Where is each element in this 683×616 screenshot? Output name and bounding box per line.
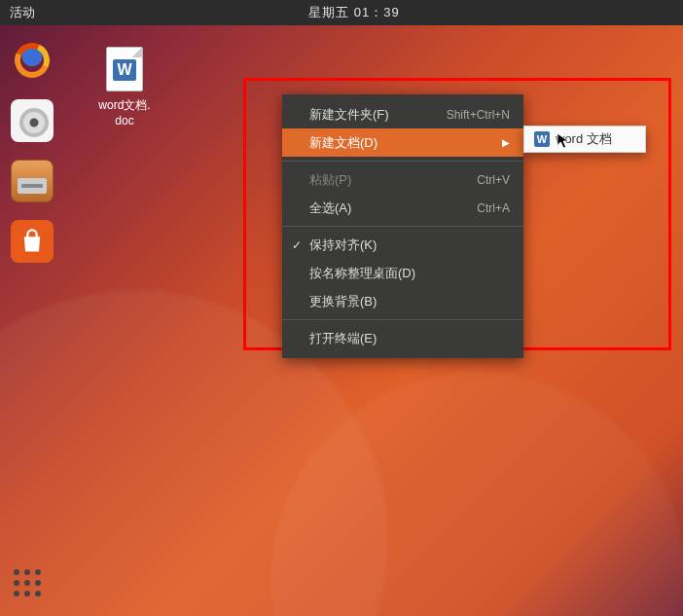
menu-open-terminal[interactable]: 打开终端(E) [282,324,523,352]
word-doc-icon: W [106,47,143,91]
menu-label: 打开终端(E) [309,330,510,347]
menu-label: 更换背景(B) [309,293,510,310]
show-applications-button[interactable] [14,569,43,598]
submenu-new-document[interactable]: W word 文档 [523,126,646,153]
menu-separator [282,161,523,162]
menu-accel: Ctrl+V [477,173,510,187]
desktop-file-label-1: word文档. [86,97,163,114]
menu-separator [282,226,523,227]
menu-new-folder[interactable]: 新建文件夹(F) Shift+Ctrl+N [282,100,523,128]
shopping-bag-icon [18,228,46,255]
dock-app-firefox[interactable] [11,39,54,82]
menu-accel: Shift+Ctrl+N [447,108,510,122]
menu-accel: Ctrl+A [477,201,510,215]
menu-change-background[interactable]: 更换背景(B) [282,287,523,315]
menu-label: 保持对齐(K) [309,236,510,254]
menu-label: 新建文件夹(F) [309,106,447,124]
desktop-file-word[interactable]: W word文档. doc [86,47,163,127]
dock-app-rhythmbox[interactable] [11,99,54,142]
word-w-glyph: W [113,59,136,81]
word-icon: W [534,131,550,147]
menu-new-document[interactable]: 新建文档(D) ▶ [282,128,523,157]
desktop-file-label-2: doc [86,114,163,127]
menu-organize-by-name[interactable]: 按名称整理桌面(D) [282,259,523,287]
desktop-context-menu: 新建文件夹(F) Shift+Ctrl+N 新建文档(D) ▶ 粘贴(P) Ct… [282,94,523,358]
menu-label: 全选(A) [309,199,477,217]
dock-app-files[interactable] [11,160,54,202]
menu-keep-aligned[interactable]: 保持对齐(K) [282,231,523,259]
top-bar: 活动 星期五 01：39 [0,0,683,25]
menu-paste: 粘贴(P) Ctrl+V [282,165,523,194]
menu-select-all[interactable]: 全选(A) Ctrl+A [282,194,523,222]
submenu-label: word 文档 [556,130,612,148]
menu-label: 按名称整理桌面(D) [309,265,510,282]
activities-button[interactable]: 活动 [10,4,35,21]
clock-label[interactable]: 星期五 01：39 [35,4,673,21]
menu-label: 新建文档(D) [309,134,494,152]
chevron-right-icon: ▶ [502,137,510,148]
dock-app-software[interactable] [11,220,54,263]
menu-separator [282,319,523,320]
dock [8,39,56,263]
menu-label: 粘贴(P) [309,171,477,189]
